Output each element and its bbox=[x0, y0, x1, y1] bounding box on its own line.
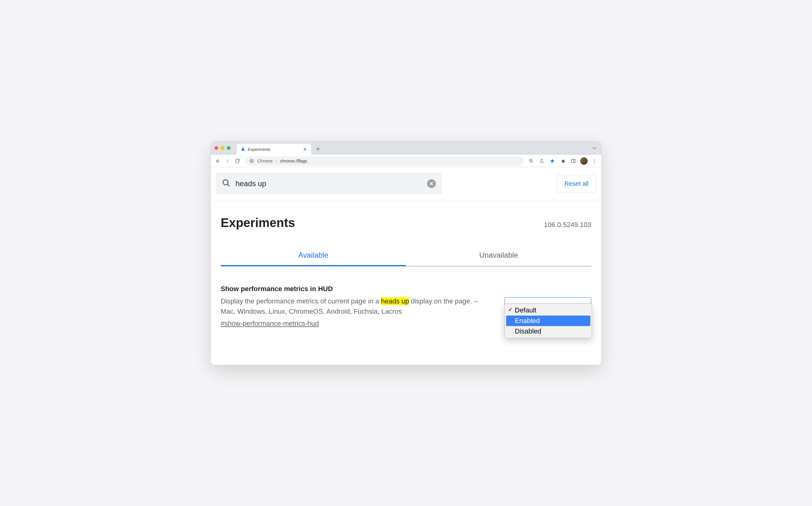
tab-list: Available Unavailable bbox=[221, 245, 591, 266]
browser-tab-bar: Experiments bbox=[211, 141, 601, 155]
dropdown-option-default[interactable]: Default bbox=[506, 305, 590, 316]
svg-point-5 bbox=[594, 160, 595, 161]
chrome-icon bbox=[249, 159, 254, 164]
tab-list-chevron-icon[interactable] bbox=[591, 144, 598, 152]
dropdown-option-enabled[interactable]: Enabled bbox=[506, 316, 590, 326]
tab-available[interactable]: Available bbox=[221, 245, 406, 266]
svg-point-4 bbox=[594, 159, 595, 160]
flag-item: Show performance metrics in HUD Display … bbox=[211, 266, 601, 365]
clear-search-icon[interactable] bbox=[427, 179, 436, 188]
new-tab-button[interactable] bbox=[314, 145, 322, 153]
toolbar-actions bbox=[527, 157, 599, 165]
share-icon[interactable] bbox=[537, 157, 546, 165]
bookmark-star-icon[interactable] bbox=[548, 157, 557, 165]
zoom-icon[interactable] bbox=[527, 157, 535, 165]
search-section: Reset all bbox=[211, 167, 601, 200]
svg-rect-3 bbox=[572, 159, 575, 163]
flask-icon bbox=[240, 147, 245, 152]
search-input[interactable] bbox=[235, 179, 422, 188]
close-tab-icon[interactable] bbox=[302, 147, 307, 152]
flag-anchor-link[interactable]: #show-performance-metrics-hud bbox=[221, 320, 319, 327]
search-box bbox=[216, 173, 442, 194]
page-header: Experiments 106.0.5249.103 bbox=[211, 200, 601, 239]
flag-select[interactable]: Default Enabled Disabled bbox=[505, 285, 591, 328]
browser-tab[interactable]: Experiments bbox=[237, 144, 311, 155]
flag-title: Show performance metrics in HUD bbox=[221, 285, 492, 293]
svg-point-1 bbox=[251, 160, 252, 162]
chrome-version: 106.0.5249.103 bbox=[544, 221, 591, 229]
omnibox-separator: | bbox=[276, 159, 277, 164]
side-panel-icon[interactable] bbox=[569, 157, 578, 165]
page-title: Experiments bbox=[221, 216, 295, 230]
reset-all-button[interactable]: Reset all bbox=[557, 175, 596, 193]
browser-window: Experiments Chrome | chrom bbox=[211, 141, 601, 365]
flags-page: Reset all Experiments 106.0.5249.103 Ava… bbox=[211, 167, 601, 365]
tab-unavailable[interactable]: Unavailable bbox=[406, 245, 591, 266]
forward-button[interactable] bbox=[223, 157, 232, 165]
svg-point-7 bbox=[223, 180, 228, 185]
omnibox-prefix: Chrome bbox=[257, 159, 273, 164]
profile-avatar[interactable] bbox=[580, 157, 588, 165]
dropdown-option-disabled[interactable]: Disabled bbox=[506, 326, 590, 337]
dropdown-menu: Default Enabled Disabled bbox=[505, 304, 592, 338]
tab-title: Experiments bbox=[248, 147, 300, 152]
svg-point-6 bbox=[594, 162, 595, 163]
omnibox-url: chrome://flags bbox=[280, 159, 307, 164]
flag-desc-before: Display the performance metrics of curre… bbox=[221, 297, 381, 305]
window-maximize-button[interactable] bbox=[227, 146, 231, 150]
window-controls bbox=[214, 146, 231, 150]
address-bar[interactable]: Chrome | chrome://flags bbox=[245, 156, 524, 166]
window-minimize-button[interactable] bbox=[221, 146, 224, 150]
window-close-button[interactable] bbox=[214, 146, 218, 150]
svg-point-0 bbox=[250, 159, 253, 163]
extensions-icon[interactable] bbox=[559, 157, 567, 165]
kebab-menu-icon[interactable] bbox=[590, 157, 599, 165]
reload-button[interactable] bbox=[233, 157, 242, 165]
search-icon bbox=[222, 179, 231, 189]
back-button[interactable] bbox=[213, 157, 222, 165]
browser-toolbar: Chrome | chrome://flags bbox=[211, 155, 601, 167]
flag-description: Display the performance metrics of curre… bbox=[221, 296, 492, 317]
flag-text: Show performance metrics in HUD Display … bbox=[221, 285, 492, 328]
search-highlight: heads up bbox=[381, 297, 409, 305]
